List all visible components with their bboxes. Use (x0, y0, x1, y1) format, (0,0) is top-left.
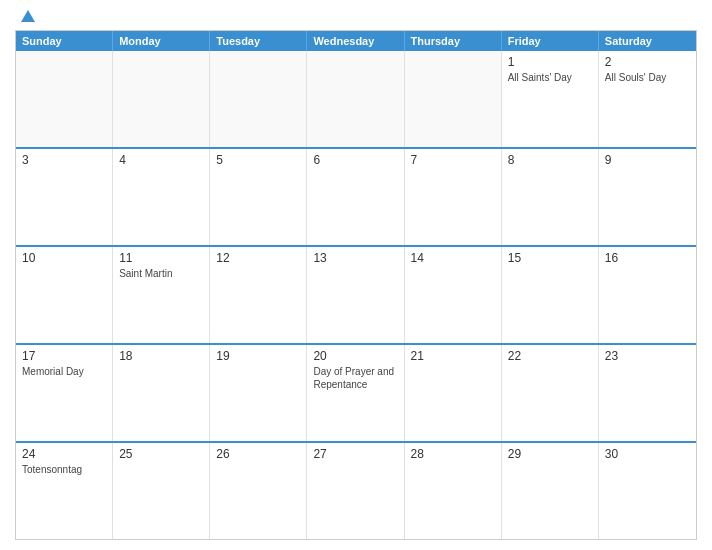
day-number: 26 (216, 447, 300, 461)
calendar-cell: 16 (599, 247, 696, 343)
day-number: 27 (313, 447, 397, 461)
day-number: 12 (216, 251, 300, 265)
day-number: 1 (508, 55, 592, 69)
calendar-cell (210, 51, 307, 147)
calendar-page: SundayMondayTuesdayWednesdayThursdayFrid… (0, 0, 712, 550)
calendar-cell: 4 (113, 149, 210, 245)
day-event: Day of Prayer and Repentance (313, 366, 394, 390)
calendar-cell: 29 (502, 443, 599, 539)
day-number: 11 (119, 251, 203, 265)
weekday-header: Thursday (405, 31, 502, 51)
calendar-cell: 8 (502, 149, 599, 245)
weekday-header: Tuesday (210, 31, 307, 51)
calendar-cell: 24Totensonntag (16, 443, 113, 539)
calendar-cell: 7 (405, 149, 502, 245)
calendar-cell: 12 (210, 247, 307, 343)
logo-triangle-icon (21, 10, 35, 22)
calendar-cell: 14 (405, 247, 502, 343)
calendar-cell: 9 (599, 149, 696, 245)
calendar-cell (113, 51, 210, 147)
day-number: 18 (119, 349, 203, 363)
calendar-cell: 28 (405, 443, 502, 539)
calendar-cell: 27 (307, 443, 404, 539)
weekday-header: Saturday (599, 31, 696, 51)
calendar-cell: 1All Saints' Day (502, 51, 599, 147)
day-number: 16 (605, 251, 690, 265)
calendar-cell: 23 (599, 345, 696, 441)
calendar-cell (307, 51, 404, 147)
calendar-cell: 30 (599, 443, 696, 539)
calendar-cell: 3 (16, 149, 113, 245)
weekday-header: Friday (502, 31, 599, 51)
day-number: 10 (22, 251, 106, 265)
calendar-cell: 2All Souls' Day (599, 51, 696, 147)
calendar-cell (405, 51, 502, 147)
day-number: 30 (605, 447, 690, 461)
calendar-week-row: 24Totensonntag252627282930 (16, 443, 696, 539)
calendar-cell: 17Memorial Day (16, 345, 113, 441)
day-number: 15 (508, 251, 592, 265)
day-number: 19 (216, 349, 300, 363)
day-number: 13 (313, 251, 397, 265)
logo (19, 10, 35, 22)
day-number: 17 (22, 349, 106, 363)
calendar-grid: SundayMondayTuesdayWednesdayThursdayFrid… (15, 30, 697, 540)
page-header (15, 10, 697, 22)
calendar-week-row: 17Memorial Day181920Day of Prayer and Re… (16, 345, 696, 443)
calendar-cell: 20Day of Prayer and Repentance (307, 345, 404, 441)
day-number: 24 (22, 447, 106, 461)
weekday-header: Monday (113, 31, 210, 51)
calendar-body: 1All Saints' Day2All Souls' Day345678910… (16, 51, 696, 539)
calendar-cell: 13 (307, 247, 404, 343)
day-number: 2 (605, 55, 690, 69)
weekday-header: Wednesday (307, 31, 404, 51)
calendar-week-row: 1All Saints' Day2All Souls' Day (16, 51, 696, 149)
calendar-cell: 18 (113, 345, 210, 441)
day-number: 22 (508, 349, 592, 363)
weekday-header: Sunday (16, 31, 113, 51)
day-number: 21 (411, 349, 495, 363)
day-number: 7 (411, 153, 495, 167)
day-number: 3 (22, 153, 106, 167)
calendar-cell: 5 (210, 149, 307, 245)
calendar-week-row: 1011Saint Martin1213141516 (16, 247, 696, 345)
calendar-cell: 10 (16, 247, 113, 343)
day-event: Memorial Day (22, 366, 84, 377)
day-number: 9 (605, 153, 690, 167)
day-number: 23 (605, 349, 690, 363)
calendar-cell: 6 (307, 149, 404, 245)
day-event: Totensonntag (22, 464, 82, 475)
day-number: 29 (508, 447, 592, 461)
day-number: 14 (411, 251, 495, 265)
calendar-cell: 21 (405, 345, 502, 441)
day-number: 8 (508, 153, 592, 167)
day-number: 20 (313, 349, 397, 363)
day-number: 4 (119, 153, 203, 167)
day-number: 25 (119, 447, 203, 461)
day-number: 6 (313, 153, 397, 167)
calendar-cell: 11Saint Martin (113, 247, 210, 343)
calendar-cell: 25 (113, 443, 210, 539)
day-event: All Souls' Day (605, 72, 666, 83)
calendar-header-row: SundayMondayTuesdayWednesdayThursdayFrid… (16, 31, 696, 51)
calendar-cell (16, 51, 113, 147)
day-number: 5 (216, 153, 300, 167)
day-event: Saint Martin (119, 268, 172, 279)
calendar-cell: 26 (210, 443, 307, 539)
calendar-cell: 19 (210, 345, 307, 441)
calendar-week-row: 3456789 (16, 149, 696, 247)
calendar-cell: 15 (502, 247, 599, 343)
day-event: All Saints' Day (508, 72, 572, 83)
calendar-cell: 22 (502, 345, 599, 441)
day-number: 28 (411, 447, 495, 461)
